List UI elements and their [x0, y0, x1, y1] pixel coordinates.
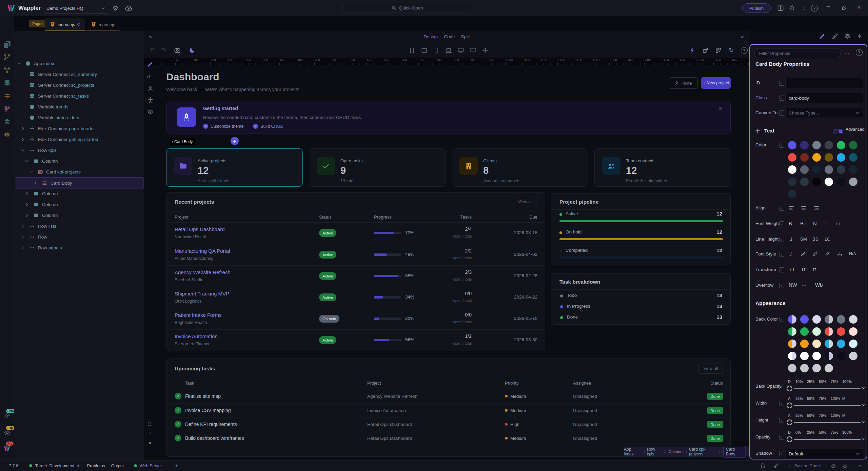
- dock-edit-button[interactable]: [819, 33, 826, 40]
- text-size-tool[interactable]: tT: [147, 74, 151, 79]
- text-width-button[interactable]: [837, 251, 843, 257]
- panel-layout-button[interactable]: [777, 5, 784, 12]
- back-color-swatch[interactable]: [812, 327, 821, 336]
- system-check-button[interactable]: System Check: [794, 464, 822, 468]
- clear-button[interactable]: ×: [862, 419, 865, 425]
- kpi-card-team-contacts[interactable]: Team contacts 12 People & stakeholders: [594, 148, 731, 187]
- view-all-projects-button[interactable]: View all: [513, 197, 537, 207]
- advanced-toggle[interactable]: [833, 129, 843, 134]
- project-row[interactable]: Retail Ops Dashboard Northwind Retail Ac…: [166, 223, 545, 244]
- task-row[interactable]: ✓ Finalize site map Agency Website Refre…: [166, 389, 730, 403]
- pages-button[interactable]: Pages: [29, 20, 46, 27]
- dock-css-button[interactable]: [844, 33, 851, 40]
- chevron-right-icon[interactable]: [20, 137, 25, 142]
- eye-tool[interactable]: [147, 108, 154, 115]
- cleanup-brush-button[interactable]: [773, 463, 779, 469]
- minimize-button[interactable]: –: [827, 3, 830, 10]
- access-tool[interactable]: [147, 97, 154, 103]
- slider-track[interactable]: [794, 439, 861, 440]
- pencil-tool[interactable]: [147, 61, 154, 67]
- info-icon[interactable]: i: [779, 435, 784, 440]
- selection-tag[interactable]: ‹ Card Body: [170, 138, 195, 145]
- text-color-swatch[interactable]: [837, 178, 845, 186]
- project-name-link[interactable]: Retail Ops Dashboard: [175, 226, 225, 232]
- banner-check-build-crud[interactable]: ✓Build CRUD: [253, 124, 283, 129]
- chevron-right-icon[interactable]: [33, 181, 38, 186]
- kpi-card-active-projects[interactable]: Active projects 12 Across all clients: [166, 148, 303, 187]
- rail-robot-button[interactable]: [3, 131, 11, 138]
- rail-gear-button[interactable]: [3, 429, 11, 436]
- text-color-swatch[interactable]: [812, 178, 821, 186]
- text-color-swatch[interactable]: [812, 153, 821, 162]
- back-color-swatch[interactable]: [837, 327, 845, 336]
- project-name-link[interactable]: Shipment Tracking MVP: [175, 291, 229, 296]
- info-icon[interactable]: i: [779, 267, 784, 272]
- dark-mode-moon-button[interactable]: [189, 47, 196, 54]
- device-desktop-button[interactable]: [470, 47, 476, 54]
- back-color-swatch[interactable]: [812, 315, 821, 324]
- tree-item-card-kpi-projects[interactable]: Card kpi-projects: [15, 167, 143, 178]
- rail-flow-button[interactable]: [3, 66, 11, 74]
- info-icon[interactable]: i: [779, 317, 784, 322]
- device-tablet-button[interactable]: [421, 47, 428, 54]
- eraser-button[interactable]: [830, 463, 836, 469]
- help-button[interactable]: ?: [811, 5, 818, 12]
- project-row[interactable]: Agency Website Refresh Bluebird Studio A…: [166, 265, 545, 287]
- chevron-down-icon[interactable]: [28, 169, 34, 175]
- device-phone-button[interactable]: [409, 47, 415, 54]
- refresh-button[interactable]: ↻: [729, 46, 734, 54]
- back-color-swatch[interactable]: [800, 315, 809, 324]
- italic-button[interactable]: I: [790, 251, 792, 257]
- chevron-right-icon[interactable]: [24, 213, 29, 218]
- info-icon[interactable]: i: [779, 96, 784, 101]
- overflow-2[interactable]: Wb: [815, 282, 823, 288]
- align-left-button[interactable]: [788, 205, 794, 211]
- chevron-right-icon[interactable]: [20, 224, 25, 229]
- publish-button[interactable]: Publish: [742, 3, 771, 13]
- back-color-swatch[interactable]: [849, 315, 857, 324]
- invite-button[interactable]: Invite: [669, 77, 698, 89]
- rail-layers-button[interactable]: [3, 118, 11, 125]
- kpi-card-open-tasks[interactable]: Open tasks 9 13 total: [309, 148, 446, 187]
- slider-track[interactable]: [794, 388, 861, 389]
- tree-item-server-connect-sc_summary[interactable]: Server Connect sc_summary: [15, 69, 143, 80]
- info-icon[interactable]: i: [779, 81, 784, 86]
- text-color-swatch[interactable]: [825, 178, 833, 186]
- rail-puzzle-button[interactable]: [3, 412, 11, 419]
- expand-statusbar-button[interactable]: [857, 463, 863, 468]
- debug-bug-button[interactable]: [842, 463, 848, 469]
- tree-item-column[interactable]: Column: [15, 156, 143, 167]
- font-weight-B[interactable]: B: [789, 221, 792, 226]
- rail-swatchbook-button[interactable]: [3, 105, 11, 112]
- design-help-button[interactable]: ?: [741, 47, 748, 54]
- banner-close-icon[interactable]: ×: [719, 105, 722, 112]
- transform-tt[interactable]: tt: [813, 266, 816, 272]
- project-row[interactable]: Shipment Tracking MVP Orbit Logistics Ac…: [166, 287, 545, 308]
- overflow-0[interactable]: NW: [789, 282, 797, 288]
- text-color-swatch[interactable]: [788, 178, 796, 186]
- kpi-card-clients[interactable]: Clients 8 Accounts managed: [452, 148, 588, 187]
- chevron-right-icon[interactable]: [24, 191, 29, 196]
- text-color-swatch[interactable]: [837, 153, 845, 162]
- task-row[interactable]: ✓ Invoice CSV mapping Invoice Automation…: [166, 403, 730, 417]
- rail-wlogo-button[interactable]: [3, 445, 11, 452]
- font-weight-N[interactable]: N: [813, 221, 817, 226]
- align-right-button[interactable]: [813, 205, 820, 211]
- back-color-swatch[interactable]: [800, 327, 809, 336]
- text-color-swatch[interactable]: [800, 153, 809, 162]
- font-weight-B+[interactable]: B+: [800, 221, 807, 226]
- filter-properties-input[interactable]: Filter Properties: [754, 48, 841, 58]
- info-icon[interactable]: i: [779, 206, 784, 211]
- info-icon[interactable]: i: [779, 237, 784, 242]
- tab-main.ejs[interactable]: 5main.ejs: [86, 18, 120, 31]
- line-height-BS[interactable]: BS: [812, 237, 818, 242]
- redo-button[interactable]: ↷: [161, 46, 166, 54]
- back-color-swatch[interactable]: [800, 352, 809, 360]
- project-name-link[interactable]: Manufacturing QA Portal: [175, 248, 230, 254]
- breadcrumb-item[interactable]: Row kpis: [647, 447, 662, 456]
- text-color-swatch[interactable]: [800, 178, 809, 186]
- line-height-LG[interactable]: LG: [825, 237, 830, 242]
- close-window-button[interactable]: ×: [857, 4, 861, 11]
- chevron-right-icon[interactable]: [20, 126, 25, 131]
- back-color-swatch[interactable]: [825, 364, 833, 372]
